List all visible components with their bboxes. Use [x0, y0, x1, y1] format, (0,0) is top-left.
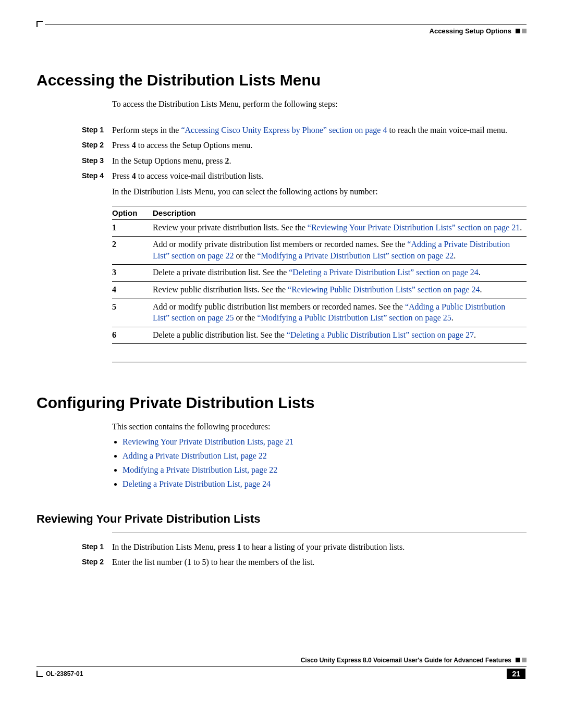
step-label: Step 1	[36, 125, 112, 136]
link-deleting-private-list[interactable]: “Deleting a Private Distribution List” s…	[289, 268, 478, 277]
step-label: Step 4	[36, 170, 112, 182]
list-item: Modifying a Private Distribution List, p…	[123, 463, 527, 477]
step-text: Press 4 to access voice-mail distributio…	[112, 170, 527, 182]
link-modifying-private-list-proc[interactable]: Modifying a Private Distribution List, p…	[123, 465, 277, 474]
link-modifying-public-list[interactable]: “Modifying a Public Distribution List” s…	[257, 313, 451, 322]
footer-guide-title: Cisco Unity Express 8.0 Voicemail User's…	[301, 657, 511, 664]
section-divider	[112, 362, 527, 363]
step-label: Step 3	[36, 155, 112, 167]
s2-intro: This section contains the following proc…	[112, 421, 527, 433]
option-desc: Review your private distribution lists. …	[153, 219, 527, 237]
step-row: Step 2 Enter the list number (1 to 5) to…	[36, 557, 527, 568]
header-section-label: Accessing Setup Options	[430, 27, 511, 35]
heading-accessing-distribution-lists-menu: Accessing the Distribution Lists Menu	[36, 71, 527, 89]
footer-doc-id: OL-23857-01	[46, 670, 83, 677]
option-number: 1	[112, 219, 153, 237]
step-text: In the Setup Options menu, press 2.	[112, 155, 527, 167]
option-number: 5	[112, 299, 153, 327]
step-text: In the Distribution Lists Menu, press 1 …	[112, 541, 527, 553]
procedures-list: Reviewing Your Private Distribution List…	[112, 435, 527, 491]
table-row: 3 Delete a private distribution list. Se…	[112, 265, 527, 282]
table-row: 4 Review public distribution lists. See …	[112, 281, 527, 299]
step-row: Step 4 Press 4 to access voice-mail dist…	[36, 170, 527, 182]
option-desc: Add or modify public distribution list m…	[153, 299, 527, 327]
link-deleting-public-list[interactable]: “Deleting a Public Distribution List” se…	[287, 330, 474, 339]
step-text: Perform steps in the “Accessing Cisco Un…	[112, 125, 527, 136]
table-row: 2 Add or modify private distribution lis…	[112, 237, 527, 265]
list-item: Deleting a Private Distribution List, pa…	[123, 477, 527, 491]
top-rule	[45, 24, 527, 24]
step-row: Step 1 In the Distribution Lists Menu, p…	[36, 541, 527, 553]
table-row: 6 Delete a public distribution list. See…	[112, 327, 527, 344]
step-row: Step 3 In the Setup Options menu, press …	[36, 155, 527, 167]
s1-subtext: In the Distribution Lists Menu, you can …	[112, 186, 527, 198]
page-footer: Cisco Unity Express 8.0 Voicemail User's…	[36, 657, 527, 679]
header-marker-icon	[516, 29, 527, 33]
th-description: Description	[153, 206, 527, 219]
table-row: 1 Review your private distribution lists…	[112, 219, 527, 237]
corner-tick-tl	[36, 21, 43, 27]
step-label: Step 2	[36, 140, 112, 151]
corner-tick-bl	[36, 671, 43, 677]
step-text: Press 4 to access the Setup Options menu…	[112, 140, 527, 151]
s1-intro: To access the Distribution Lists Menu, p…	[112, 98, 527, 110]
heading-configuring-private-distribution-lists: Configuring Private Distribution Lists	[36, 394, 527, 412]
table-row: 5 Add or modify public distribution list…	[112, 299, 527, 327]
list-item: Adding a Private Distribution List, page…	[123, 449, 527, 463]
link-reviewing-private-lists[interactable]: “Reviewing Your Private Distribution Lis…	[308, 223, 520, 232]
step-row: Step 1 Perform steps in the “Accessing C…	[36, 125, 527, 136]
th-option: Option	[112, 206, 153, 219]
option-desc: Delete a private distribution list. See …	[153, 265, 527, 282]
option-number: 3	[112, 265, 153, 282]
options-table: Option Description 1 Review your private…	[112, 206, 527, 344]
link-reviewing-private-lists-proc[interactable]: Reviewing Your Private Distribution List…	[123, 437, 293, 446]
option-desc: Delete a public distribution list. See t…	[153, 327, 527, 344]
link-modifying-private-list[interactable]: “Modifying a Private Distribution List” …	[257, 251, 454, 260]
page-number: 21	[507, 669, 525, 679]
option-desc: Review public distribution lists. See th…	[153, 281, 527, 299]
link-reviewing-public-lists[interactable]: “Reviewing Public Distribution Lists” se…	[288, 285, 480, 294]
step-row: Step 2 Press 4 to access the Setup Optio…	[36, 140, 527, 151]
option-desc: Add or modify private distribution list …	[153, 237, 527, 265]
option-number: 2	[112, 237, 153, 265]
option-number: 6	[112, 327, 153, 344]
step-text: Enter the list number (1 to 5) to hear t…	[112, 557, 527, 568]
subsection-divider	[112, 532, 527, 533]
footer-marker-icon	[516, 658, 527, 662]
heading-reviewing-private-distribution-lists: Reviewing Your Private Distribution List…	[36, 512, 527, 526]
list-item: Reviewing Your Private Distribution List…	[123, 435, 527, 449]
link-accessing-cue-by-phone[interactable]: “Accessing Cisco Unity Express by Phone”…	[181, 126, 387, 134]
step-label: Step 1	[36, 541, 112, 553]
link-adding-private-list-proc[interactable]: Adding a Private Distribution List, page…	[123, 451, 267, 460]
option-number: 4	[112, 281, 153, 299]
step-label: Step 2	[36, 557, 112, 568]
link-deleting-private-list-proc[interactable]: Deleting a Private Distribution List, pa…	[123, 479, 271, 488]
